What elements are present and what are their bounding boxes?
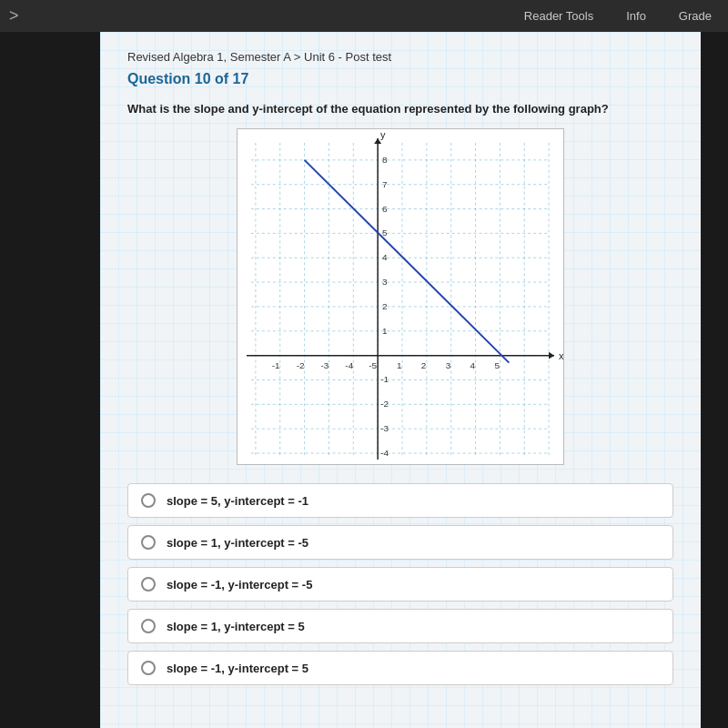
main-content: Revised Algebra 1, Semester A > Unit 6 -… <box>100 32 701 728</box>
svg-text:5: 5 <box>382 228 388 238</box>
svg-text:y: y <box>380 129 386 140</box>
svg-text:3: 3 <box>446 360 451 370</box>
svg-text:-3: -3 <box>320 360 329 370</box>
svg-text:2: 2 <box>421 360 427 370</box>
svg-text:4: 4 <box>382 252 388 262</box>
radio-2[interactable] <box>141 535 156 550</box>
answer-label-4: slope = 1, y-intercept = 5 <box>167 620 305 633</box>
svg-text:1: 1 <box>382 326 388 336</box>
radio-4[interactable] <box>141 619 156 633</box>
svg-text:-1: -1 <box>380 374 389 384</box>
breadcrumb: Revised Algebra 1, Semester A > Unit 6 -… <box>127 50 673 64</box>
grade-link[interactable]: Grade <box>662 0 728 32</box>
radio-5[interactable] <box>141 661 156 675</box>
answer-choice-4[interactable]: slope = 1, y-intercept = 5 <box>127 609 673 643</box>
svg-text:8: 8 <box>382 155 388 165</box>
answer-choices-list: slope = 5, y-intercept = -1 slope = 1, y… <box>127 483 673 685</box>
svg-text:-4: -4 <box>380 448 389 458</box>
question-header: Question 10 of 17 <box>127 71 673 87</box>
chevron-icon[interactable]: > <box>9 6 19 25</box>
svg-text:6: 6 <box>382 204 388 214</box>
svg-text:-4: -4 <box>345 360 353 370</box>
graph-container: x y -5 -4 -3 -2 -1 1 2 3 4 5 8 7 6 5 4 3… <box>237 128 564 465</box>
svg-text:-3: -3 <box>380 423 389 433</box>
svg-text:x: x <box>559 350 563 361</box>
nav-links: Reader Tools Info Grade <box>508 0 728 32</box>
svg-text:-2: -2 <box>297 360 305 370</box>
answer-label-3: slope = -1, y-intercept = -5 <box>167 578 312 592</box>
radio-3[interactable] <box>141 577 156 592</box>
svg-text:1: 1 <box>397 360 402 370</box>
svg-text:-5: -5 <box>369 360 377 370</box>
reader-tools-link[interactable]: Reader Tools <box>508 0 610 32</box>
svg-text:5: 5 <box>494 360 500 370</box>
info-link[interactable]: Info <box>610 0 662 32</box>
question-text: What is the slope and y-intercept of the… <box>127 102 673 116</box>
svg-rect-0 <box>238 129 563 464</box>
answer-label-2: slope = 1, y-intercept = -5 <box>167 536 308 550</box>
svg-text:7: 7 <box>382 179 388 189</box>
radio-1[interactable] <box>141 493 156 508</box>
answer-label-1: slope = 5, y-intercept = -1 <box>167 494 308 508</box>
graph-svg: x y -5 -4 -3 -2 -1 1 2 3 4 5 8 7 6 5 4 3… <box>238 129 563 464</box>
svg-text:-1: -1 <box>272 360 280 370</box>
answer-label-5: slope = -1, y-intercept = 5 <box>167 662 308 675</box>
answer-choice-5[interactable]: slope = -1, y-intercept = 5 <box>127 651 673 685</box>
answer-choice-2[interactable]: slope = 1, y-intercept = -5 <box>127 525 673 560</box>
answer-choice-1[interactable]: slope = 5, y-intercept = -1 <box>127 483 673 518</box>
svg-text:3: 3 <box>382 277 388 287</box>
top-navigation-bar: > Reader Tools Info Grade <box>0 0 728 32</box>
left-sidebar <box>0 32 100 728</box>
svg-text:-2: -2 <box>380 399 389 409</box>
answer-choice-3[interactable]: slope = -1, y-intercept = -5 <box>127 567 673 602</box>
svg-text:4: 4 <box>470 360 476 370</box>
svg-text:2: 2 <box>382 301 388 311</box>
